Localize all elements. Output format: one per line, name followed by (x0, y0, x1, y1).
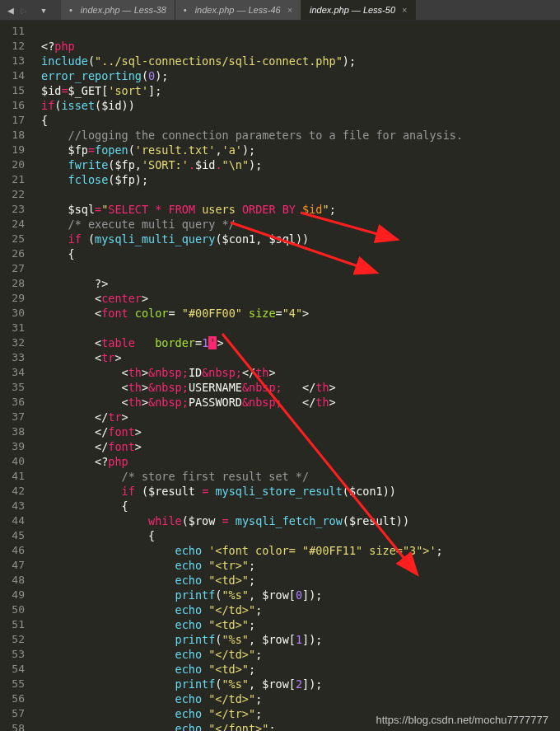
code-line[interactable]: include("../sql-connections/sqli-connect… (41, 54, 463, 68)
tab-label: index.php — Less-46 (195, 5, 281, 15)
line-number: 55 (0, 677, 25, 691)
nav-arrows: ◀ ▷ ▾ (0, 4, 61, 16)
code-line[interactable] (41, 261, 463, 276)
code-area[interactable]: <?phpinclude("../sql-connections/sqli-co… (33, 21, 463, 731)
code-line[interactable]: <?php (41, 454, 463, 469)
nav-forward-icon[interactable]: ▷ (18, 4, 30, 16)
code-line[interactable]: <table border=1'> (41, 335, 463, 350)
code-line[interactable]: <tr> (41, 350, 463, 365)
line-number: 57 (0, 706, 25, 721)
line-number: 13 (0, 54, 25, 68)
line-number: 14 (0, 68, 25, 83)
line-number: 53 (0, 647, 25, 662)
line-number: 34 (0, 365, 25, 380)
code-line[interactable]: <font color= "#00FF00" size="4"> (41, 306, 463, 321)
code-line[interactable]: { (41, 246, 463, 261)
code-line[interactable]: <th>&nbsp;PASSWORD&nbsp; </th> (41, 395, 463, 410)
code-line[interactable]: <?php (41, 39, 463, 54)
code-line[interactable]: echo "<td>"; (41, 662, 463, 677)
code-line[interactable]: if(isset($id)) (41, 98, 463, 113)
line-number: 33 (0, 350, 25, 365)
code-line[interactable]: echo "<tr>"; (41, 558, 463, 573)
code-line[interactable]: echo "<td>"; (41, 617, 463, 632)
line-number: 27 (0, 261, 25, 276)
code-line[interactable]: //logging the connection parameters to a… (41, 128, 463, 143)
code-line[interactable]: fwrite($fp,'SORT:'.$id."\n"); (41, 157, 463, 172)
code-line[interactable]: /* execute multi query */ (41, 217, 463, 232)
code-line[interactable]: $id=$_GET['sort']; (41, 83, 463, 98)
code-line[interactable]: $sql="SELECT * FROM users ORDER BY $id"; (41, 202, 463, 217)
code-line[interactable]: /* store first result set */ (41, 469, 463, 484)
editor[interactable]: 1112131415161718192021222324252627282930… (0, 21, 560, 731)
nav-menu-icon[interactable]: ▾ (31, 4, 56, 16)
close-icon[interactable]: × (402, 5, 407, 15)
watermark: https://blog.csdn.net/mochu7777777 (376, 714, 548, 726)
code-line[interactable]: printf("%s", $row[1]); (41, 632, 463, 647)
code-line[interactable]: { (41, 499, 463, 513)
line-number-gutter: 1112131415161718192021222324252627282930… (0, 21, 33, 731)
line-number: 12 (0, 39, 25, 54)
line-number: 31 (0, 321, 25, 335)
line-number: 56 (0, 691, 25, 706)
code-line[interactable]: if (mysqli_multi_query($con1, $sql)) (41, 232, 463, 246)
line-number: 42 (0, 484, 25, 499)
line-number: 39 (0, 439, 25, 454)
tab-bar: index.php — Less-38index.php — Less-46×i… (61, 0, 416, 20)
code-line[interactable]: </font> (41, 439, 463, 454)
line-number: 32 (0, 335, 25, 350)
line-number: 35 (0, 380, 25, 395)
tab-1[interactable]: index.php — Less-46× (175, 0, 301, 20)
line-number: 44 (0, 513, 25, 528)
code-line[interactable] (41, 24, 463, 39)
code-line[interactable]: if ($result = mysqli_store_result($con1)… (41, 484, 463, 499)
code-line[interactable]: ?> (41, 276, 463, 291)
line-number: 45 (0, 528, 25, 543)
line-number: 40 (0, 454, 25, 469)
code-line[interactable]: <center> (41, 291, 463, 306)
code-line[interactable]: </font> (41, 424, 463, 439)
code-line[interactable]: { (41, 528, 463, 543)
code-line[interactable]: echo "</td>"; (41, 691, 463, 706)
line-number: 54 (0, 662, 25, 677)
code-line[interactable]: while($row = mysqli_fetch_row($result)) (41, 513, 463, 528)
line-number: 18 (0, 128, 25, 143)
line-number: 52 (0, 632, 25, 647)
line-number: 30 (0, 306, 25, 321)
code-line[interactable]: $fp=fopen('result.txt','a'); (41, 143, 463, 157)
code-line[interactable]: echo "</td>"; (41, 602, 463, 617)
code-line[interactable]: { (41, 113, 463, 128)
line-number: 19 (0, 143, 25, 157)
line-number: 37 (0, 410, 25, 424)
code-line[interactable] (41, 187, 463, 202)
close-icon[interactable]: × (287, 5, 292, 15)
line-number: 48 (0, 573, 25, 588)
tab-label: index.php — Less-38 (81, 5, 166, 15)
line-number: 11 (0, 24, 25, 39)
line-number: 26 (0, 246, 25, 261)
tab-0[interactable]: index.php — Less-38 (61, 0, 175, 20)
line-number: 29 (0, 291, 25, 306)
code-line[interactable] (41, 321, 463, 335)
code-line[interactable]: </tr> (41, 410, 463, 424)
line-number: 20 (0, 157, 25, 172)
code-line[interactable]: <th>&nbsp;USERNAME&nbsp; </th> (41, 380, 463, 395)
code-line[interactable]: echo "<td>"; (41, 573, 463, 588)
nav-back-icon[interactable]: ◀ (5, 4, 16, 16)
code-line[interactable]: printf("%s", $row[2]); (41, 677, 463, 691)
titlebar: ◀ ▷ ▾ index.php — Less-38index.php — Les… (0, 0, 560, 21)
line-number: 58 (0, 721, 25, 731)
code-line[interactable]: printf("%s", $row[0]); (41, 588, 463, 602)
code-line[interactable]: <th>&nbsp;ID&nbsp;</th> (41, 365, 463, 380)
line-number: 43 (0, 499, 25, 513)
line-number: 25 (0, 232, 25, 246)
code-line[interactable]: error_reporting(0); (41, 68, 463, 83)
code-line[interactable]: echo '<font color= "#00FF11" size="3">'; (41, 543, 463, 558)
line-number: 51 (0, 617, 25, 632)
tab-2[interactable]: index.php — Less-50× (301, 0, 416, 20)
line-number: 38 (0, 424, 25, 439)
code-line[interactable]: fclose($fp); (41, 172, 463, 187)
line-number: 17 (0, 113, 25, 128)
line-number: 47 (0, 558, 25, 573)
code-line[interactable]: echo "</td>"; (41, 647, 463, 662)
tab-label: index.php — Less-50 (310, 5, 395, 15)
